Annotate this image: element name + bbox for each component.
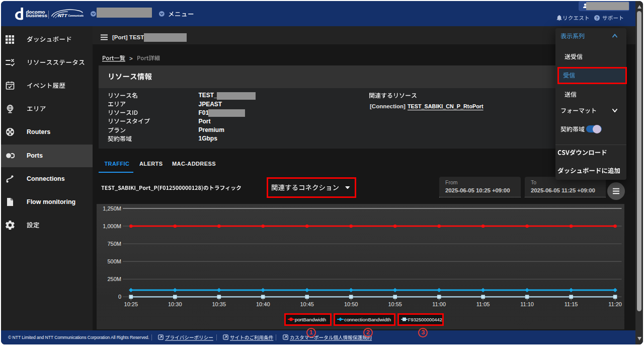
svg-text:NTT: NTT <box>58 13 67 18</box>
svg-text:Communications: Communications <box>68 15 84 17</box>
svg-text:?: ? <box>595 16 598 21</box>
